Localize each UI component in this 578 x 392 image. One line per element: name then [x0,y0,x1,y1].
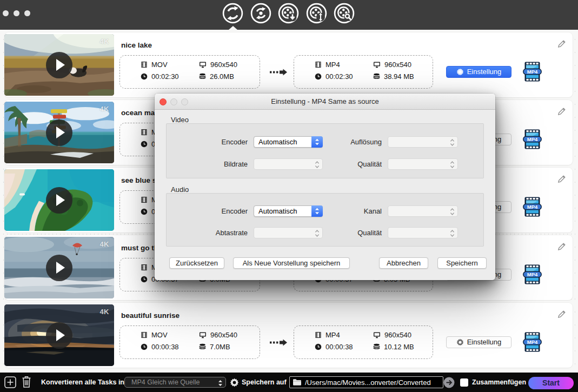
add-file-button[interactable] [4,376,16,390]
edit-pencil-icon[interactable] [557,174,567,184]
output-duration-value: 00:02:30 [325,72,353,81]
gear-icon [456,68,464,76]
audio-encoder-field: Encoder Automatisch [172,205,323,217]
output-info-box: MP4 00:02:30 960x540 38.94 MB [294,55,433,89]
popup-stepper-icon [450,208,455,216]
video-thumbnail[interactable]: 4K [4,304,114,366]
film-icon [141,129,148,136]
video-framerate-field: Bildrate [172,158,323,170]
compressor-tab-icon[interactable] [305,2,328,24]
source-resolution: 960x540 [199,330,237,340]
dialog-close-button[interactable] [160,98,167,105]
toolbox-tab-icon[interactable] [333,2,355,24]
play-button[interactable] [46,255,72,281]
merge-label: Zusammenfügen [472,373,526,392]
popup-stepper-icon [450,229,455,237]
film-icon [141,61,148,68]
trash-icon [21,376,32,388]
svg-text:MP4: MP4 [527,271,538,277]
edit-pencil-icon[interactable] [557,39,567,49]
dropdown-stepper-icon [218,379,223,387]
4k-badge: 4K [99,240,109,248]
clock-icon [141,343,148,350]
output-format-value: MP4 [325,331,340,339]
mp4-format-icon[interactable]: MP4 [523,62,542,82]
audio-quality-field: Qualität [307,227,458,238]
svg-text:MP4: MP4 [527,68,538,74]
video-thumbnail[interactable]: 4K [4,102,114,163]
popup-stepper-icon [450,161,455,169]
pencil-icon [557,107,567,116]
source-format: MOV [141,60,168,70]
mp4-format-icon[interactable]: MP4 [523,129,542,149]
edit-pencil-icon[interactable] [557,242,567,251]
start-button[interactable]: Start [528,377,574,389]
source-size: 26.0MB [199,72,234,82]
output-info-box: MP4 00:00:38 960x540 10.12 MB [294,325,433,359]
dialog-minimize-button [170,98,177,105]
reset-button[interactable]: Zurücksetzen [169,257,224,269]
monitor-icon [199,61,207,68]
output-path-input[interactable]: /Users/mac/Movies...onverter/Converted [289,376,443,388]
output-size: 38.94 MB [373,72,414,82]
settings-button-label: Einstellung [467,338,502,346]
output-size-value: 38.94 MB [384,72,414,81]
converter-tab-icon[interactable] [222,2,244,24]
open-folder-button[interactable] [443,377,455,390]
settings-button[interactable]: Einstellung [446,66,511,78]
arrow-right-icon [443,377,455,388]
ripper-tab-icon[interactable] [250,2,272,24]
output-path-value: /Users/mac/Movies...onverter/Converted [305,378,431,387]
play-button[interactable] [46,119,72,146]
output-format: MP4 [315,330,340,340]
folder-icon [293,378,302,386]
task-row: 4K beautiful sunrise MOV 00:00:38 960x54… [4,303,573,368]
settings-button[interactable]: Einstellung [446,336,511,348]
minimize-window-button[interactable] [14,10,20,17]
merge-checkbox[interactable] [460,378,468,387]
audio-section-panel: Encoder Automatisch Kanal Abtastrate Qua… [166,193,484,247]
format-dropdown-value: MP4 Gleich wie Quelle [131,378,200,386]
cancel-button[interactable]: Abbrechen [379,257,428,269]
monitor-icon [199,331,207,338]
edit-pencil-icon[interactable] [557,309,567,319]
mp4-format-icon[interactable]: MP4 [523,264,542,284]
video-title: nice lake [121,41,152,49]
convert-all-label: Konvertieren alle Tasks in [41,373,124,392]
source-resolution-value: 960x540 [210,61,237,69]
video-thumbnail[interactable]: 4K [4,34,114,96]
dialog-titlebar[interactable]: Einstellung - MP4 Same as source [155,94,495,110]
delete-task-button[interactable] [21,376,32,390]
toolbar-tabs [222,2,355,28]
play-button[interactable] [46,52,72,78]
save-preset-button[interactable]: Als Neue Vorstellung speichern [233,257,350,269]
output-format-value: MP4 [325,61,340,69]
source-duration: 00:00:38 [141,342,179,352]
svg-text:MP4: MP4 [527,203,538,209]
output-size: 10.12 MB [373,342,414,352]
dialog-zoom-button [181,98,188,105]
filesize-icon [373,73,380,80]
mp4-format-icon[interactable]: MP4 [523,332,542,352]
selected-tab-notch [229,26,237,30]
output-format-dropdown[interactable]: MP4 Gleich wie Quelle [124,377,226,388]
output-size-value: 10.12 MB [384,343,414,351]
clock-icon [141,141,148,148]
video-thumbnail[interactable] [4,169,114,231]
play-button[interactable] [46,187,72,214]
filesize-icon [199,73,206,80]
format-settings-gear-icon[interactable] [230,378,239,389]
clock-icon [141,73,148,80]
play-button[interactable] [46,322,72,349]
source-format: MOV [141,330,168,340]
downloader-tab-icon[interactable] [277,2,300,24]
save-button[interactable]: Speichern [437,257,487,269]
mp4-format-icon[interactable]: MP4 [523,197,542,217]
svg-text:MP4: MP4 [527,338,538,344]
zoom-window-button[interactable] [24,10,31,17]
close-window-button[interactable] [3,10,9,17]
edit-pencil-icon[interactable] [557,107,567,116]
video-thumbnail[interactable]: 4K [4,237,114,298]
gear-icon [456,338,464,346]
audio-channel-popup [388,205,458,217]
